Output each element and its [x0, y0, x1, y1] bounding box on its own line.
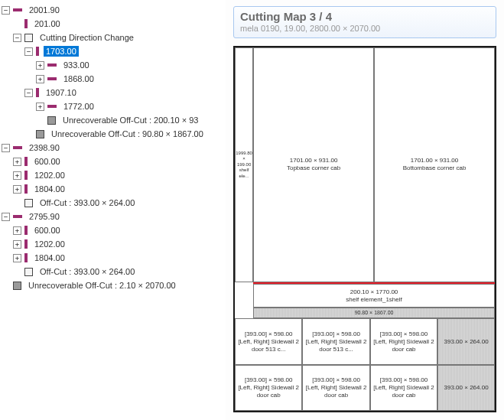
expand-icon[interactable]: +: [13, 254, 21, 262]
vcut-icon: [24, 184, 28, 194]
piece-offcut-strip[interactable]: 90.80 × 1867.00: [253, 308, 495, 318]
map-title-card: Cutting Map 3 / 4 mela 0190, 19.00, 2800…: [233, 6, 496, 38]
piece-name: [Left, Right] Sidewall 2 door cab: [237, 384, 300, 399]
sheet-outline: 1999.80 × 199.00 shelf ele... 1701.00 × …: [233, 46, 496, 412]
vcut-icon: [24, 157, 28, 166]
hcut-icon: [47, 77, 57, 80]
tree-item[interactable]: Off-Cut : 393.00 × 264.00: [2, 265, 226, 278]
expand-icon[interactable]: +: [13, 185, 21, 194]
vcut-icon: [24, 19, 28, 28]
collapse-icon[interactable]: −: [24, 89, 33, 97]
map-subtitle: mela 0190, 19.00, 2800.00 × 2070.00: [240, 24, 489, 33]
hcut-icon: [13, 146, 22, 149]
collapse-icon[interactable]: −: [13, 34, 21, 42]
piece-dim: 1999.80 × 199.00: [236, 151, 252, 168]
tree-label: Off-Cut : 393.00 × 264.00: [37, 197, 137, 208]
tree-item[interactable]: Unrecoverable Off-Cut : 90.80 × 1867.00: [2, 127, 226, 141]
piece-sidewall[interactable]: [393.00] × 598.00[Left, Right] Sidewall …: [302, 365, 369, 411]
tree-item[interactable]: −Cutting Direction Change: [2, 31, 226, 44]
tree-item[interactable]: +1202.00: [2, 237, 226, 251]
piece-dim: [393.00] × 598.00: [245, 330, 293, 338]
piece-dim: 393.00 × 264.00: [444, 338, 489, 346]
cutting-tree[interactable]: −2001.90 201.00 −Cutting Direction Chang…: [2, 3, 226, 292]
expand-icon[interactable]: +: [13, 158, 21, 166]
vcut-icon: [24, 239, 28, 249]
collapse-icon[interactable]: −: [2, 144, 10, 152]
tree-item[interactable]: +600.00: [2, 223, 226, 237]
piece-name: [Left, Right] Sidewall 2 door 513 c...: [304, 338, 367, 353]
collapse-icon[interactable]: −: [2, 6, 10, 15]
piece-offcut[interactable]: 393.00 × 264.00: [437, 365, 495, 411]
square-icon: [47, 116, 56, 125]
hcut-icon: [13, 8, 22, 11]
tree-label: Unrecoverable Off-Cut : 200.10 × 93: [60, 115, 200, 125]
piece-topbase[interactable]: 1701.00 × 931.00 Topbase corner cab: [253, 47, 374, 282]
tree-label: 600.00: [32, 156, 63, 167]
tree-item[interactable]: Unrecoverable Off-Cut : 200.10 × 93: [2, 113, 226, 127]
tree-label: 1202.00: [32, 170, 67, 181]
tree-item[interactable]: Off-Cut : 393.00 × 264.00: [2, 196, 226, 210]
tree-label: 1804.00: [32, 184, 67, 194]
tree-item[interactable]: +1202.00: [2, 168, 226, 182]
tree-label: Cutting Direction Change: [37, 32, 136, 43]
expand-icon[interactable]: +: [36, 75, 44, 83]
tree-item[interactable]: +933.00: [2, 58, 226, 72]
tree-item[interactable]: −1907.10: [2, 86, 226, 99]
tree-label: 933.00: [61, 60, 92, 70]
expand-icon[interactable]: +: [13, 226, 21, 235]
tree-item[interactable]: −1703.00: [2, 44, 226, 58]
tree-label: Unrecoverable Off-Cut : 2.10 × 2070.00: [26, 280, 178, 291]
tree-label: Unrecoverable Off-Cut : 90.80 × 1867.00: [49, 129, 206, 139]
tree-label: 1868.00: [61, 73, 96, 84]
vcut-icon: [24, 226, 28, 235]
piece-shelf-strip[interactable]: 200.10 × 1770.00 shelf element_1shelf: [253, 284, 495, 308]
square-icon: [24, 268, 33, 276]
piece-name: [Left, Right] Sidewall 2 door cab: [372, 384, 435, 399]
square-icon: [13, 282, 21, 290]
vcut-icon: [36, 88, 39, 97]
tree-item[interactable]: +1804.00: [2, 182, 226, 196]
tree-item[interactable]: −2398.90: [2, 141, 226, 155]
tree-item[interactable]: −2795.90: [2, 210, 226, 223]
tree-label: 2795.90: [27, 211, 62, 222]
piece-sidewall[interactable]: [393.00] × 598.00[Left, Right] Sidewall …: [370, 365, 437, 411]
piece-bottombase[interactable]: 1701.00 × 931.00 Bottombase corner cab: [374, 47, 495, 282]
tree-label: 1772.00: [61, 101, 96, 112]
tree-label: 1804.00: [32, 252, 67, 263]
piece-dim: 1701.00 × 931.00: [411, 157, 459, 164]
piece-name: [Left, Right] Sidewall 2 door cab: [372, 338, 435, 353]
piece-sidewall[interactable]: [393.00] × 598.00[Left, Right] Sidewall …: [235, 365, 302, 411]
collapse-icon[interactable]: −: [2, 213, 10, 221]
vcut-icon: [36, 47, 39, 56]
tree-item[interactable]: +1772.00: [2, 99, 226, 113]
tree-label: Off-Cut : 393.00 × 264.00: [37, 266, 137, 277]
vcut-icon: [24, 171, 28, 180]
tree-item[interactable]: +1804.00: [2, 251, 226, 265]
piece-sidewall[interactable]: [393.00] × 598.00[Left, Right] Sidewall …: [235, 318, 302, 364]
piece-dim: [393.00] × 598.00: [245, 376, 293, 384]
expand-icon[interactable]: +: [36, 61, 44, 70]
piece-offcut[interactable]: 393.00 × 264.00: [437, 318, 495, 364]
tree-item[interactable]: −2001.90: [2, 3, 226, 17]
piece-dim: 90.80 × 1867.00: [355, 310, 394, 317]
piece-shelf-left[interactable]: 1999.80 × 199.00 shelf ele...: [235, 47, 253, 282]
square-icon: [24, 199, 33, 207]
tree-label: 2398.90: [27, 142, 62, 153]
tree-item[interactable]: +600.00: [2, 155, 226, 168]
piece-name: [Left, Right] Sidewall 2 door 513 c...: [237, 338, 300, 353]
piece-name: [Left, Right] Sidewall 2 door cab: [304, 384, 367, 399]
square-icon: [36, 130, 44, 138]
piece-sidewall[interactable]: [393.00] × 598.00[Left, Right] Sidewall …: [302, 318, 369, 364]
tree-item[interactable]: +1868.00: [2, 72, 226, 86]
piece-sidewall[interactable]: [393.00] × 598.00[Left, Right] Sidewall …: [370, 318, 437, 364]
tree-item[interactable]: 201.00: [2, 17, 226, 31]
expand-icon[interactable]: +: [13, 171, 21, 180]
tree-item[interactable]: Unrecoverable Off-Cut : 2.10 × 2070.00: [2, 278, 226, 292]
tree-label: 1907.10: [44, 87, 79, 98]
expand-icon[interactable]: +: [36, 103, 44, 111]
expand-icon[interactable]: +: [13, 240, 21, 249]
piece-dim: [393.00] × 598.00: [312, 330, 360, 338]
cutting-map[interactable]: 1999.80 × 199.00 shelf ele... 1701.00 × …: [233, 46, 496, 412]
collapse-icon[interactable]: −: [24, 47, 33, 56]
piece-dim: 1701.00 × 931.00: [290, 157, 338, 164]
